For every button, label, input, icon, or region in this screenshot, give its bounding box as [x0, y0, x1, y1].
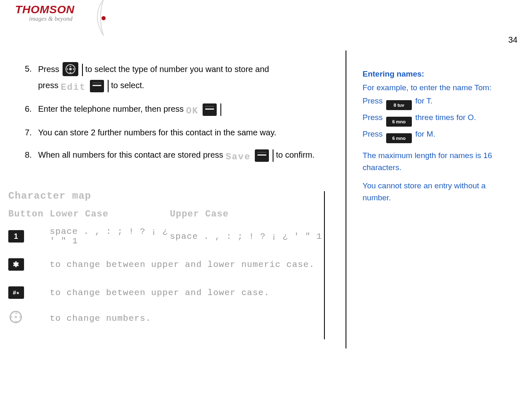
phone-key-star-icon: ✱ — [8, 258, 24, 271]
phone-key-8-icon: 8 tuv — [386, 100, 412, 110]
separator-icon — [220, 103, 221, 116]
charmap-row-desc: to change between upper and lower numeri… — [50, 260, 323, 269]
separator-icon — [108, 80, 109, 92]
charmap-upper-chars: space . , : ; ! ? ¡ ¿ ' " 1 — [170, 232, 323, 241]
sidebar-title: Entering names: — [363, 68, 499, 80]
charmap-header-upper: Upper Case — [170, 209, 323, 219]
sidebar-text: Press — [363, 96, 385, 105]
step-number: 5. — [25, 62, 38, 75]
charmap-row-nav: to change numbers. — [8, 305, 323, 331]
charmap-lower-chars: space . , : ; ! ? ¡ ¿ ' " 1 — [50, 227, 170, 246]
logo-brand-text: THOMSON — [15, 3, 75, 16]
sidebar-note-maxlen: The maximum length for names is 16 chara… — [363, 150, 499, 173]
step-text: press — [38, 81, 60, 90]
sidebar-text: for T. — [415, 96, 433, 105]
step-number: 6. — [25, 102, 38, 115]
phone-key-1-icon: 1 — [8, 230, 24, 243]
charmap-row-key1: 1 space . , : ; ! ? ¡ ¿ ' " 1 space . , … — [8, 223, 323, 249]
step-text: Press — [38, 65, 62, 74]
charmap-row-hash: #⭑ to change between upper and lower cas… — [8, 280, 323, 305]
charmap-row-star: ✱ to change between upper and lower nume… — [8, 252, 323, 277]
step-number: 8. — [25, 148, 38, 161]
charmap-title: Character map — [8, 190, 323, 202]
step-8: 8. When all numbers for this contact are… — [25, 148, 344, 164]
softkey-label-save: Save — [225, 152, 251, 162]
step-6: 6. Enter the telephone number, then pres… — [25, 102, 344, 118]
phone-key-6-icon: 6 mno — [386, 117, 412, 127]
softkey-icon — [255, 149, 269, 162]
step-text: You can store 2 further numbers for this… — [38, 126, 344, 139]
main-content: 5. Press to select the type of number yo… — [25, 62, 344, 172]
sidebar-text: three times for O. — [415, 113, 476, 122]
step-text: Enter the telephone number, then press — [38, 104, 186, 113]
softkey-icon — [90, 80, 104, 92]
sidebar-text: for M. — [415, 130, 435, 138]
sidebar-tip: Entering names: For example, to enter th… — [363, 68, 499, 210]
step-number: 7. — [25, 126, 38, 139]
sidebar-line: For example, to enter the name Tom: — [363, 82, 499, 94]
step-7: 7. You can store 2 further numbers for t… — [25, 126, 344, 139]
logo-tagline: images & beyond — [29, 15, 112, 22]
vertical-rule-charmap — [324, 191, 325, 339]
charmap-header: Button Lower Case Upper Case — [8, 209, 323, 219]
dotted-rule — [8, 250, 323, 251]
charmap-header-button: Button — [8, 209, 50, 219]
vertical-rule-sidebar — [346, 50, 346, 348]
separator-icon — [273, 149, 273, 162]
softkey-label-ok: OK — [186, 106, 198, 116]
phone-key-hash-icon: #⭑ — [8, 286, 24, 299]
softkey-label-edit: Edit — [60, 82, 86, 93]
sidebar-text: Press — [363, 113, 385, 122]
sidebar-text: Press — [363, 130, 385, 138]
separator-icon — [82, 64, 83, 76]
step-text: When all numbers for this contact are st… — [38, 150, 225, 159]
step-text: to select. — [111, 81, 144, 90]
step-text: to confirm. — [276, 150, 314, 159]
sidebar-note-requirenum: You cannot store an entry without a numb… — [363, 180, 499, 204]
step-5: 5. Press to select the type of number yo… — [25, 62, 344, 95]
dotted-rule — [8, 203, 323, 205]
dpad-icon — [63, 62, 78, 76]
softkey-icon — [203, 103, 217, 116]
dotted-rule — [8, 278, 323, 279]
charmap-row-desc: to change numbers. — [50, 314, 323, 323]
brand-logo: THOMSON images & beyond — [17, 3, 112, 22]
page-number: 34 — [508, 35, 517, 45]
character-map: Character map Button Lower Case Upper Ca… — [8, 190, 323, 331]
charmap-row-desc: to change between upper and lower case. — [50, 288, 323, 298]
step-text: to select the type of number you want to… — [85, 65, 269, 74]
phone-key-6-icon: 6 mno — [386, 133, 412, 143]
dpad-icon — [8, 310, 24, 324]
charmap-header-lower: Lower Case — [50, 209, 170, 219]
